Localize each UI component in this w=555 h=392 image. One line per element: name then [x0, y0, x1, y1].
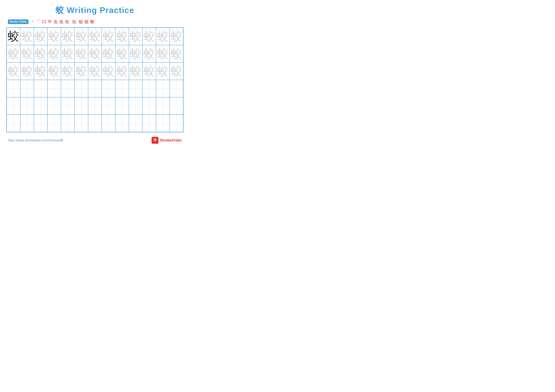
footer-url[interactable]: https://www.strokeorder.com/chinese/蛟 — [8, 138, 63, 143]
grid-cell[interactable]: 蛟 — [74, 45, 88, 63]
grid-cell[interactable]: 蛟 — [47, 28, 61, 45]
grid-cell[interactable]: 蛟 — [129, 63, 143, 80]
grid-cell[interactable]: 蛟 — [115, 63, 129, 80]
grid-cell[interactable]: 蛟 — [156, 63, 170, 80]
grid-cell[interactable]: 蛟 — [47, 63, 61, 80]
grid-cell[interactable] — [74, 115, 88, 132]
practice-char: 蛟 — [157, 65, 168, 77]
footer-logo: 字 StrokeOrder — [152, 137, 182, 144]
grid-cell[interactable]: 蛟 — [61, 45, 74, 63]
grid-cell[interactable] — [142, 80, 156, 97]
grid-cell[interactable]: 蛟 — [20, 45, 34, 63]
grid-cell[interactable]: 蛟 — [47, 45, 61, 63]
grid-cell[interactable] — [34, 115, 47, 132]
practice-char: 蛟 — [144, 31, 155, 42]
practice-char: 蛟 — [157, 31, 168, 42]
stroke-step-3: 中 — [48, 19, 52, 24]
grid-cell[interactable] — [7, 80, 20, 97]
grid-cell[interactable] — [129, 97, 143, 115]
grid-cell[interactable]: 蛟 — [61, 63, 74, 80]
grid-cell[interactable] — [170, 80, 183, 97]
grid-cell[interactable]: 蛟 — [102, 63, 115, 80]
grid-cell[interactable] — [61, 115, 74, 132]
grid-cell[interactable]: 蛟 — [115, 28, 129, 45]
grid-cell[interactable]: 蛟 — [7, 63, 20, 80]
grid-cell[interactable] — [61, 97, 74, 115]
grid-cell[interactable]: 蛟 — [7, 28, 20, 45]
grid-cell[interactable] — [34, 97, 47, 115]
grid-cell[interactable] — [34, 80, 47, 97]
grid-cell[interactable] — [115, 80, 129, 97]
grid-cell[interactable] — [129, 115, 143, 132]
grid-cell[interactable] — [88, 97, 102, 115]
grid-cell[interactable]: 蛟 — [88, 63, 102, 80]
grid-cell[interactable] — [102, 80, 115, 97]
grid-cell[interactable]: 蛟 — [88, 28, 102, 45]
grid-cell[interactable] — [156, 97, 170, 115]
practice-char: 蛟 — [48, 31, 60, 42]
grid-cell[interactable] — [142, 115, 156, 132]
practice-char: 蛟 — [171, 31, 182, 42]
grid-cell[interactable] — [47, 97, 61, 115]
grid-cell[interactable] — [74, 80, 88, 97]
practice-grid: 蛟蛟蛟蛟蛟蛟蛟蛟蛟蛟蛟蛟蛟蛟蛟蛟蛟蛟蛟蛟蛟蛟蛟蛟蛟蛟蛟蛟蛟蛟蛟蛟蛟蛟蛟蛟蛟蛟蛟 — [6, 27, 183, 132]
practice-char: 蛟 — [103, 65, 114, 77]
grid-cell[interactable]: 蛟 — [20, 28, 34, 45]
stroke-order-badge: Stroke Order — [8, 20, 29, 24]
grid-cell[interactable]: 蛟 — [156, 28, 170, 45]
grid-cell[interactable]: 蛟 — [7, 45, 20, 63]
grid-cell[interactable] — [102, 115, 115, 132]
grid-cell[interactable] — [88, 80, 102, 97]
grid-cell[interactable]: 蛟 — [61, 28, 74, 45]
grid-cell[interactable] — [47, 115, 61, 132]
grid-cell[interactable] — [115, 115, 129, 132]
grid-cell[interactable]: 蛟 — [170, 63, 183, 80]
grid-cell[interactable]: 蛟 — [20, 63, 34, 80]
grid-cell[interactable] — [142, 97, 156, 115]
grid-cell[interactable] — [102, 97, 115, 115]
practice-char: 蛟 — [62, 65, 73, 77]
grid-cell[interactable]: 蛟 — [142, 45, 156, 63]
grid-cell[interactable] — [156, 80, 170, 97]
grid-cell[interactable] — [129, 80, 143, 97]
grid-cell[interactable] — [61, 80, 74, 97]
stroke-step-8: 蚊 — [79, 19, 83, 24]
grid-cell[interactable]: 蛟 — [74, 63, 88, 80]
grid-cell[interactable] — [7, 97, 20, 115]
grid-cell[interactable]: 蛟 — [102, 28, 115, 45]
grid-cell[interactable]: 蛟 — [129, 45, 143, 63]
grid-cell[interactable] — [170, 97, 183, 115]
practice-char: 蛟 — [117, 48, 128, 59]
grid-cell[interactable] — [74, 97, 88, 115]
grid-cell[interactable]: 蛟 — [102, 45, 115, 63]
grid-cell[interactable] — [115, 97, 129, 115]
stroke-step-6: 虫` — [65, 19, 70, 24]
grid-cell[interactable]: 蛟 — [170, 45, 183, 63]
grid-cell[interactable]: 蛟 — [142, 63, 156, 80]
practice-char: 蛟 — [144, 48, 155, 59]
grid-cell[interactable]: 蛟 — [34, 28, 47, 45]
grid-cell[interactable]: 蛟 — [88, 45, 102, 63]
grid-cell[interactable]: 蛟 — [142, 28, 156, 45]
grid-cell[interactable]: 蛟 — [170, 28, 183, 45]
grid-cell[interactable] — [156, 115, 170, 132]
grid-cell[interactable] — [170, 115, 183, 132]
stroke-step-0: 丶 — [31, 19, 35, 24]
grid-cell[interactable]: 蛟 — [129, 28, 143, 45]
grid-cell[interactable]: 蛟 — [34, 63, 47, 80]
grid-cell[interactable]: 蛟 — [74, 28, 88, 45]
stroke-order-row: Stroke Order 丶⌒口中虫虫虫`虫`蚊蚊蛟 — [6, 19, 183, 24]
grid-cell[interactable] — [88, 115, 102, 132]
grid-cell[interactable]: 蛟 — [115, 45, 129, 63]
logo-icon: 字 — [152, 137, 159, 144]
grid-cell[interactable] — [20, 97, 34, 115]
grid-cell[interactable] — [20, 80, 34, 97]
practice-char: 蛟 — [130, 48, 141, 59]
practice-char: 蛟 — [103, 31, 114, 42]
grid-cell[interactable]: 蛟 — [156, 45, 170, 63]
grid-cell[interactable] — [7, 115, 20, 132]
grid-cell[interactable] — [47, 80, 61, 97]
grid-cell[interactable]: 蛟 — [34, 45, 47, 63]
grid-cell[interactable] — [20, 115, 34, 132]
practice-char: 蛟 — [76, 48, 87, 59]
